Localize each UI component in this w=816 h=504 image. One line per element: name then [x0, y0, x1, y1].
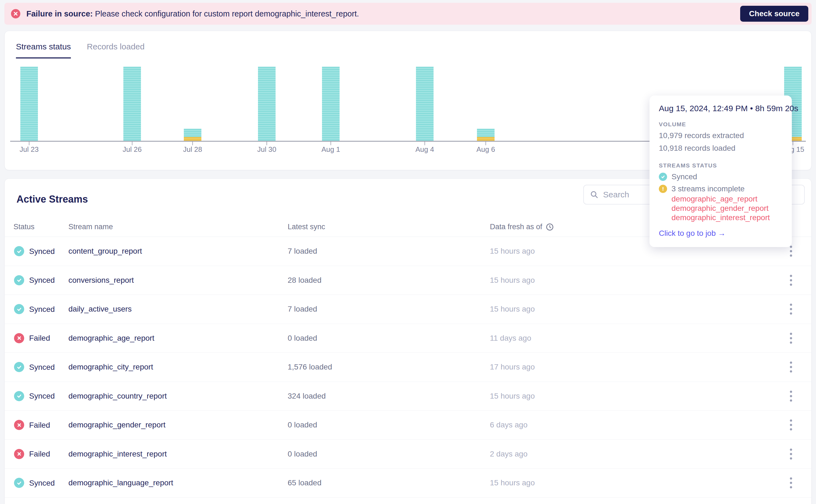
error-banner-message: Failure in source: Please check configur… — [26, 9, 359, 18]
status-label: Failed — [29, 450, 50, 458]
status-label: Failed — [29, 421, 50, 429]
data-fresh-value: 15 hours ago — [490, 478, 535, 487]
error-banner: Failure in source: Please check configur… — [4, 3, 812, 25]
table-row: Failed demographic_age_report 0 loaded 1… — [5, 324, 811, 353]
axis-tick — [331, 142, 331, 145]
streams-table: Synced content_group_report 7 loaded 15 … — [5, 237, 811, 498]
row-menu-kebab-icon[interactable] — [788, 389, 794, 403]
tooltip-synced-label: Synced — [672, 172, 697, 181]
status-label: Synced — [29, 305, 55, 313]
check-source-button[interactable]: Check source — [740, 6, 808, 22]
latest-sync-value: 65 loaded — [288, 478, 322, 487]
axis-label: Jul 23 — [7, 145, 51, 154]
latest-sync-value: 28 loaded — [288, 276, 322, 285]
tooltip-volume-label: VOLUME — [659, 121, 783, 128]
table-row: Failed demographic_gender_report 0 loade… — [5, 411, 811, 440]
data-fresh-value: 15 hours ago — [490, 276, 535, 285]
latest-sync-value: 0 loaded — [288, 334, 317, 343]
status-icon — [14, 362, 24, 372]
chart-bar-jul-23[interactable] — [20, 67, 38, 141]
status-label: Synced — [29, 478, 55, 487]
error-x-circle-icon — [11, 9, 20, 18]
chart-bar-jul-28[interactable] — [184, 129, 201, 141]
status-cell: Synced — [14, 275, 55, 285]
column-header-data-fresh: Data fresh as of — [490, 223, 554, 231]
status-cell: Synced — [14, 478, 55, 488]
table-row: Synced daily_active_users 7 loaded 15 ho… — [5, 295, 811, 324]
row-menu-kebab-icon[interactable] — [788, 360, 794, 374]
tooltip-title: Aug 15, 2024, 12:49 PM • 8h 59m 20s — [659, 103, 783, 114]
error-banner-message-bold: Failure in source: — [26, 9, 93, 18]
clock-icon — [546, 223, 554, 231]
axis-tick — [424, 142, 425, 145]
latest-sync-value: 0 loaded — [288, 450, 317, 458]
table-row: Failed demographic_interest_report 0 loa… — [5, 440, 811, 469]
table-row: Synced demographic_language_report 65 lo… — [5, 469, 811, 498]
axis-tick — [192, 142, 193, 145]
latest-sync-value: 324 loaded — [288, 392, 326, 401]
data-fresh-value: 11 days ago — [490, 334, 531, 343]
status-cell: Synced — [14, 391, 55, 401]
latest-sync-value: 0 loaded — [288, 421, 317, 429]
stream-name: demographic_gender_report — [68, 421, 165, 429]
status-label: Synced — [29, 392, 55, 401]
sync-tooltip: Aug 15, 2024, 12:49 PM • 8h 59m 20s VOLU… — [650, 96, 792, 247]
chart-bar-jul-30[interactable] — [258, 67, 276, 141]
status-icon — [14, 333, 24, 343]
status-icon — [14, 391, 24, 401]
tooltip-synced-row: Synced — [659, 172, 783, 181]
row-menu-kebab-icon[interactable] — [788, 331, 794, 345]
incomplete-stream-link[interactable]: demographic_age_report — [672, 194, 783, 204]
status-label: Synced — [29, 363, 55, 371]
data-fresh-value: 15 hours ago — [490, 392, 535, 401]
row-menu-kebab-icon[interactable] — [788, 418, 794, 432]
stream-name: content_group_report — [68, 247, 142, 256]
chart-bar-jul-26[interactable] — [123, 67, 141, 141]
axis-tick — [267, 142, 267, 145]
status-cell: Failed — [14, 420, 50, 430]
axis-label: Jul 28 — [170, 145, 215, 154]
chart-bar-aug-4[interactable] — [416, 67, 434, 141]
go-to-job-link[interactable]: Click to go to job → — [659, 229, 783, 238]
axis-label: Aug 1 — [309, 145, 353, 154]
data-fresh-value: 6 days ago — [490, 421, 527, 429]
axis-tick — [29, 142, 29, 145]
tooltip-incomplete-label: 3 streams incomplete — [672, 184, 745, 193]
status-icon — [14, 478, 24, 488]
status-cell: Synced — [14, 362, 55, 372]
stream-name: demographic_language_report — [68, 478, 173, 487]
latest-sync-value: 1,576 loaded — [288, 363, 332, 371]
status-icon — [14, 275, 24, 285]
row-menu-kebab-icon[interactable] — [788, 447, 794, 461]
table-row: Synced conversions_report 28 loaded 15 h… — [5, 266, 811, 295]
stream-name: demographic_interest_report — [68, 450, 167, 458]
incomplete-stream-link[interactable]: demographic_gender_report — [672, 204, 783, 213]
data-fresh-value: 15 hours ago — [490, 247, 535, 256]
error-banner-message-rest: Please check configuration for custom re… — [93, 9, 359, 18]
stream-name: demographic_age_report — [68, 334, 154, 343]
chart-bar-aug-6[interactable] — [477, 129, 494, 141]
status-icon — [14, 420, 24, 430]
latest-sync-value: 7 loaded — [288, 247, 317, 256]
latest-sync-value: 7 loaded — [288, 305, 317, 313]
data-fresh-value: 15 hours ago — [490, 305, 535, 313]
row-menu-kebab-icon[interactable] — [788, 302, 794, 316]
chart-bar-aug-1[interactable] — [322, 67, 340, 141]
incomplete-stream-link[interactable]: demographic_interest_report — [672, 213, 783, 222]
row-menu-kebab-icon[interactable] — [788, 273, 794, 287]
synced-check-icon — [659, 173, 667, 181]
active-streams-title: Active Streams — [16, 194, 88, 205]
tooltip-streams-status-label: STREAMS STATUS — [659, 162, 783, 169]
row-menu-kebab-icon[interactable] — [788, 476, 794, 490]
tooltip-incomplete-row: 3 streams incomplete — [659, 184, 783, 193]
tooltip-records-loaded: 10,918 records loaded — [659, 143, 783, 153]
status-icon — [14, 449, 24, 459]
axis-label: Jul 26 — [110, 145, 154, 154]
status-icon — [14, 246, 24, 256]
stream-name: daily_active_users — [68, 305, 131, 313]
axis-label: Aug 4 — [403, 145, 447, 154]
table-row: Synced demographic_city_report 1,576 loa… — [5, 353, 811, 382]
status-cell: Failed — [14, 333, 50, 343]
stream-name: demographic_country_report — [68, 392, 167, 401]
column-header-data-fresh-label: Data fresh as of — [490, 223, 542, 231]
